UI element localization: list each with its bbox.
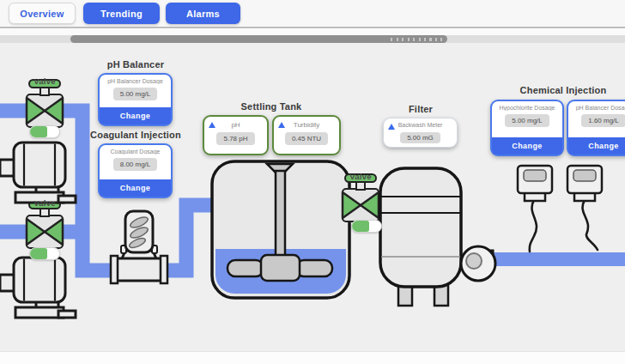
pump1-icon <box>0 143 76 203</box>
settling-tank-title: Settling Tank <box>227 101 316 112</box>
valve1-toggle-knob <box>30 126 47 137</box>
valve3-icon <box>343 174 379 221</box>
ph-balancer-dosage-label: pH Balancer Dosage <box>100 78 171 84</box>
valve1-icon <box>27 80 63 127</box>
tab-overview[interactable]: Overview <box>9 3 76 24</box>
chem-ph-balancer-dosage-label: pH Balancer Dosage <box>568 105 625 111</box>
valve2-icon <box>27 201 63 248</box>
valve2-toggle[interactable] <box>29 247 60 260</box>
coagulant-change-button[interactable]: Change <box>100 179 171 197</box>
backwash-meter-value: 5.00 mG <box>400 132 440 143</box>
coagulant-dosage-label: Coagulant Dosage <box>100 149 171 155</box>
static-mixer-icon <box>111 211 167 283</box>
dosing-cable-2 <box>583 200 598 250</box>
chemical-injection-title: Chemical Injection <box>513 85 613 95</box>
hypochlorite-dosage-value: 5.00 mg/L <box>505 114 549 127</box>
settling-tank-icon <box>212 161 349 298</box>
settling-ph-card: pH 5.78 pH <box>203 115 269 155</box>
filter-vessel-icon <box>380 168 461 306</box>
hypochlorite-dosage-label: Hypochlorite Dosage <box>492 105 562 111</box>
filter-backwash-card: Backwash Meter 5.00 mG <box>383 118 458 148</box>
pump2-icon <box>0 258 76 318</box>
coagulant-injection-title: Coagulant Injection <box>84 130 187 140</box>
process-diagram <box>0 0 625 364</box>
valve3-toggle-knob <box>352 221 369 232</box>
ph-balancer-change-button[interactable]: Change <box>100 107 171 124</box>
coagulant-card: Coagulant Dosage 8.00 mg/L Change <box>98 143 173 198</box>
valve2-toggle-knob <box>30 248 47 259</box>
scrollbar-grip-dashes <box>391 38 442 41</box>
dosing-cable-1 <box>530 200 537 252</box>
filter-title: Filter <box>393 104 448 114</box>
hypochlorite-card: Hypochlorite Dosage 5.00 mg/L Change <box>490 100 564 156</box>
chem-ph-balancer-card: pH Balancer Dosage 1.60 mg/L Change <box>567 100 625 156</box>
centrifugal-pump-icon <box>461 246 495 281</box>
hypochlorite-change-button[interactable]: Change <box>492 137 562 155</box>
tab-alarms[interactable]: Alarms <box>166 3 240 24</box>
ph-balancer-dosage-value: 5.00 mg/L <box>113 88 158 100</box>
coagulant-dosage-value: 8.00 mg/L <box>113 158 158 171</box>
top-tab-bar: Overview Trending Alarms <box>0 0 625 28</box>
ph-balancer-card: pH Balancer Dosage 5.00 mg/L Change <box>98 73 173 126</box>
tab-trending[interactable]: Trending <box>83 3 160 24</box>
ph-balancer-title: pH Balancer <box>91 59 180 70</box>
chem-ph-balancer-change-button[interactable]: Change <box>568 137 625 155</box>
bottom-strip <box>0 351 625 364</box>
settling-ph-value: 5.78 pH <box>216 132 254 145</box>
valve2-label: Valve <box>19 198 70 208</box>
hmi-overview-screen: Overview Trending Alarms Valve Valve Val… <box>0 0 625 364</box>
alert-triangle-icon <box>388 124 395 130</box>
alert-triangle-icon <box>209 122 215 128</box>
valve1-label: Valve <box>19 76 70 86</box>
settling-turbidity-card: Turbidity 0.45 NTU <box>272 115 341 155</box>
valve3-label: Valve <box>335 172 386 181</box>
dosing-pump1-icon <box>518 166 552 201</box>
valve1-toggle[interactable] <box>29 125 60 138</box>
settling-turbidity-value: 0.45 NTU <box>285 132 328 145</box>
chem-ph-balancer-dosage-value: 1.60 mg/L <box>581 114 625 127</box>
scrollbar-zone <box>0 28 625 43</box>
dosing-pump2-icon <box>567 166 602 201</box>
alert-triangle-icon <box>278 122 285 128</box>
valve3-toggle[interactable] <box>351 220 382 233</box>
